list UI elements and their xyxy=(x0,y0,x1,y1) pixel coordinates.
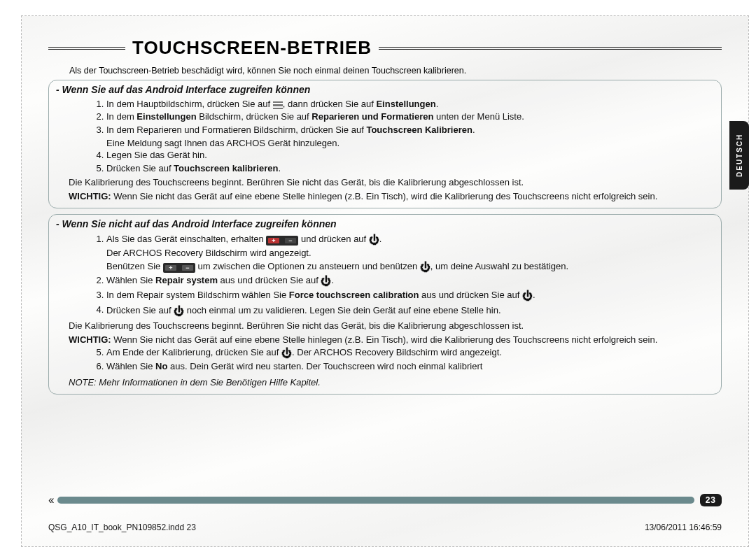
section2-note: NOTE: Mehr Informationen in dem Sie Benö… xyxy=(69,376,714,389)
page-title: TOUCHSCREEN-BETRIEB xyxy=(125,37,379,59)
language-tab: DEUTSCH xyxy=(729,121,749,190)
section1-steps: In dem Hauptbildschirm, drücken Sie auf … xyxy=(106,98,714,137)
footer-bar: ‹‹ 23 xyxy=(48,493,722,507)
heading-text: Wenn Sie nicht auf das Android Interface… xyxy=(62,218,337,229)
s2-step2: Wählen Sie Repair system aus und drücken… xyxy=(106,274,714,288)
menu-icon xyxy=(273,101,283,109)
section2-steps: Als Sie das Gerät einschalten, erhalten … xyxy=(106,232,714,247)
print-timestamp: 13/06/2011 16:46:59 xyxy=(645,523,722,532)
section1-heading: - Wenn Sie auf das Android Interface zug… xyxy=(56,83,714,97)
heading-dash: - xyxy=(56,84,62,95)
print-footer: QSG_A10_IT_book_PN109852.indd 23 13/06/2… xyxy=(48,523,722,532)
s2-step1-sub-a: Der ARCHOS Recovery Bildschirm wird ange… xyxy=(106,247,714,260)
footer-deco-icon: ‹‹ xyxy=(48,494,53,506)
page-number: 23 xyxy=(700,494,722,506)
power-icon: ⏻ xyxy=(321,274,331,288)
volume-rocker-icon: +− xyxy=(163,263,195,273)
print-file: QSG_A10_IT_book_PN109852.indd 23 xyxy=(48,523,196,532)
s2-para2: WICHTIG: Wenn Sie nicht das Gerät auf ei… xyxy=(69,334,714,346)
footer-line xyxy=(57,497,694,504)
s1-step2: In dem Einstellungen Bildschirm, drücken… xyxy=(106,111,714,124)
s1-step4: Legen Sie das Gerät hin. xyxy=(106,149,714,162)
s1-step1: In dem Hauptbildschirm, drücken Sie auf … xyxy=(106,98,714,111)
s1-para2: WICHTIG: Wenn Sie nicht das Gerät auf ei… xyxy=(69,190,714,203)
title-banner: TOUCHSCREEN-BETRIEB xyxy=(48,37,722,59)
s2-para1: Die Kalibrierung des Touchscreens beginn… xyxy=(69,320,714,332)
s1-step3-sub: Eine Meldung sagt Ihnen das ARCHOS Gerät… xyxy=(106,137,714,150)
section-cannot-access: - Wenn Sie nicht auf das Android Interfa… xyxy=(48,214,722,395)
s1-step5: Drücken Sie auf Touchscreen kalibrieren. xyxy=(106,162,714,176)
title-rule-left xyxy=(48,47,125,50)
section2-steps-b: Wählen Sie Repair system aus und drücken… xyxy=(106,274,714,318)
s2-step1-sub-b: Benützen Sie +− um zwischen die Optionen… xyxy=(106,260,714,274)
s2-step1: Als Sie das Gerät einschalten, erhalten … xyxy=(106,232,714,247)
s2-step4: Drücken Sie auf ⏻ noch einmal um zu vali… xyxy=(106,304,714,318)
section-can-access: - Wenn Sie auf das Android Interface zug… xyxy=(48,80,722,208)
intro-text: Als der Touchscreen-Betrieb beschädigt w… xyxy=(69,66,722,76)
volume-rocker-icon: +− xyxy=(266,236,298,246)
svg-text:+: + xyxy=(169,264,172,271)
power-icon: ⏻ xyxy=(522,289,533,303)
svg-text:−: − xyxy=(186,264,189,271)
s1-para1: Die Kalibrierung des Touchscreens beginn… xyxy=(69,176,714,189)
section2-steps-c: Am Ende der Kalibrierung, drücken Sie au… xyxy=(106,346,714,374)
heading-text: Wenn Sie auf das Android Interface zugre… xyxy=(62,84,311,95)
section2-heading: - Wenn Sie nicht auf das Android Interfa… xyxy=(56,218,714,231)
s2-step3: In dem Repair system Bildschirm wählen S… xyxy=(106,288,714,303)
power-icon: ⏻ xyxy=(420,260,430,274)
power-icon: ⏻ xyxy=(174,304,184,318)
title-rule-right xyxy=(379,47,722,50)
svg-text:+: + xyxy=(272,237,276,244)
section1-steps-b: Legen Sie das Gerät hin. Drücken Sie auf… xyxy=(106,149,714,175)
s2-step6: Wählen Sie No aus. Dein Gerät wird neu s… xyxy=(106,360,714,374)
heading-dash: - xyxy=(56,218,62,229)
power-icon: ⏻ xyxy=(281,346,292,360)
s2-step5: Am Ende der Kalibrierung, drücken Sie au… xyxy=(106,346,714,360)
svg-text:−: − xyxy=(289,237,293,244)
power-icon: ⏻ xyxy=(369,233,379,247)
s1-step3: In dem Reparieren und Formatieren Bildsc… xyxy=(106,124,714,137)
